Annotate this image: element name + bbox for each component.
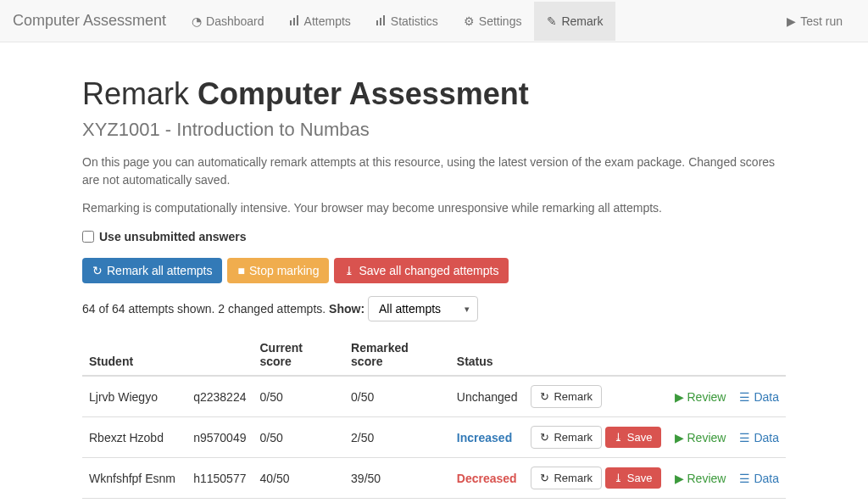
remarked-score: 39/50 (344, 458, 450, 499)
review-link[interactable]: ▶ Review (675, 472, 726, 485)
remark-label: Remark (554, 431, 593, 444)
use-unsubmitted-row: Use unsubmitted answers (82, 230, 786, 245)
remark-label: Remark (554, 390, 593, 403)
nav-dashboard[interactable]: ◔ Dashboard (179, 2, 277, 41)
stop-marking-button[interactable]: ■ Stop marking (227, 258, 329, 283)
use-unsubmitted-label[interactable]: Use unsubmitted answers (82, 230, 247, 243)
save-button[interactable]: ⤓ Save (605, 427, 661, 448)
refresh-icon: ↻ (92, 264, 103, 277)
th-status: Status (450, 334, 525, 376)
stop-icon: ■ (237, 264, 244, 277)
review-cell: ▶ Review (668, 458, 733, 499)
nav-attempts[interactable]: Attempts (277, 2, 364, 41)
play-icon: ▶ (787, 14, 796, 28)
cog-icon: ⚙ (464, 14, 475, 28)
nav-test-run[interactable]: ▶ Test run (774, 2, 855, 41)
main-container: Remark Computer Assessment XYZ1001 - Int… (70, 42, 798, 503)
navbar-brand[interactable]: Computer Assessment (13, 12, 179, 30)
nav-statistics[interactable]: Statistics (364, 2, 451, 41)
table-row: Wknfshfpf Esnmh115057740/5039/50Decrease… (82, 458, 786, 499)
remarked-score: 0/50 (344, 499, 450, 504)
table-row: Ljrvb Wiegyoq22382240/500/50Unchanged↻ R… (82, 376, 786, 417)
refresh-icon: ↻ (540, 390, 549, 403)
current-score: 0/50 (253, 499, 344, 504)
student-name: Ljrvb Wiegyo (82, 376, 186, 417)
svg-rect-4 (380, 18, 381, 25)
remark-button[interactable]: ↻ Remark (531, 426, 602, 449)
remarked-score: 0/50 (344, 376, 450, 417)
save-button[interactable]: ⤓ Save (605, 467, 661, 489)
table-header-row: Student Current score Remarked score Sta… (82, 334, 786, 376)
review-link[interactable]: ▶ Review (675, 390, 726, 404)
filter-summary: 64 of 64 attempts shown. 2 changed attem… (82, 302, 326, 316)
review-label: Review (687, 390, 726, 404)
th-remarked: Remarked score (344, 334, 450, 376)
data-link[interactable]: ☰ Data (739, 390, 779, 404)
nav-remark[interactable]: ✎ Remark (534, 2, 615, 41)
title-prefix: Remark (82, 76, 189, 111)
list-icon: ☰ (739, 472, 750, 485)
remark-all-button[interactable]: ↻ Remark all attempts (82, 258, 222, 283)
student-name: Rbexzt Hzobd (82, 417, 186, 458)
nav-settings[interactable]: ⚙ Settings (451, 2, 535, 41)
status-cell: Decreased (450, 458, 525, 499)
data-link[interactable]: ☰ Data (739, 431, 779, 444)
intro-text-2: Remarking is computationally intensive. … (82, 199, 786, 217)
svg-rect-0 (290, 20, 292, 25)
review-link[interactable]: ▶ Review (675, 431, 726, 444)
nav-settings-label: Settings (479, 14, 522, 28)
data-cell: ☰ Data (732, 458, 786, 499)
current-score: 0/50 (253, 417, 344, 458)
remark-button[interactable]: ↻ Remark (531, 467, 602, 489)
table-row: Rbexzt Hzobdn95700490/502/50Increased↻ R… (82, 417, 786, 458)
stop-marking-label: Stop marking (249, 264, 319, 277)
nav-dashboard-label: Dashboard (206, 14, 264, 28)
data-cell: ☰ Data (732, 376, 786, 417)
use-unsubmitted-checkbox[interactable] (82, 231, 94, 243)
th-current: Current score (253, 334, 344, 376)
row-actions: ↻ Remark ⤓ Save (524, 417, 667, 458)
data-link[interactable]: ☰ Data (739, 472, 779, 485)
remark-label: Remark (554, 472, 593, 484)
review-cell: ▶ Review (668, 499, 733, 504)
dashboard-icon: ◔ (192, 14, 202, 28)
play-icon: ▶ (675, 472, 684, 485)
stats-icon (290, 14, 300, 28)
page-title: Remark Computer Assessment (82, 76, 786, 112)
action-buttons: ↻ Remark all attempts ■ Stop marking ⤓ S… (82, 258, 786, 283)
review-label: Review (687, 431, 726, 444)
page-subtitle: XYZ1001 - Introduction to Numbas (82, 119, 786, 141)
refresh-icon: ↻ (540, 472, 549, 484)
download-icon: ⤓ (614, 472, 623, 484)
th-links2 (732, 334, 786, 376)
play-icon: ▶ (675, 431, 684, 444)
nav-statistics-label: Statistics (391, 14, 438, 28)
nav-attempts-label: Attempts (304, 14, 351, 28)
save-label: Save (627, 472, 653, 484)
svg-rect-2 (297, 15, 298, 25)
review-label: Review (687, 472, 726, 485)
status-cell: Unchanged (450, 376, 525, 417)
student-name: Wknfshfpf Esnm (82, 458, 186, 499)
save-label: Save (627, 431, 653, 444)
student-id: h1150577 (186, 458, 253, 499)
current-score: 0/50 (253, 376, 344, 417)
data-label: Data (754, 472, 779, 485)
review-cell: ▶ Review (668, 376, 733, 417)
intro-text-1: On this page you can automatically remar… (82, 154, 786, 189)
remark-button[interactable]: ↻ Remark (531, 385, 602, 408)
th-actions (524, 334, 667, 376)
student-id: q2238224 (186, 376, 253, 417)
save-all-button[interactable]: ⤓ Save all changed attempts (334, 258, 509, 283)
svg-rect-5 (383, 15, 385, 25)
student-id: z1746311 (186, 499, 253, 504)
remarked-score: 2/50 (344, 417, 450, 458)
svg-rect-3 (376, 20, 378, 25)
play-icon: ▶ (675, 390, 684, 404)
row-actions: ↻ Remark ⤓ Save (524, 458, 667, 499)
filter-row: 64 of 64 attempts shown. 2 changed attem… (82, 296, 786, 321)
show-label: Show: (329, 302, 364, 316)
student-id: n9570049 (186, 417, 253, 458)
row-actions: ↻ Remark (524, 499, 667, 504)
show-filter-select[interactable]: All attempts (368, 296, 478, 321)
